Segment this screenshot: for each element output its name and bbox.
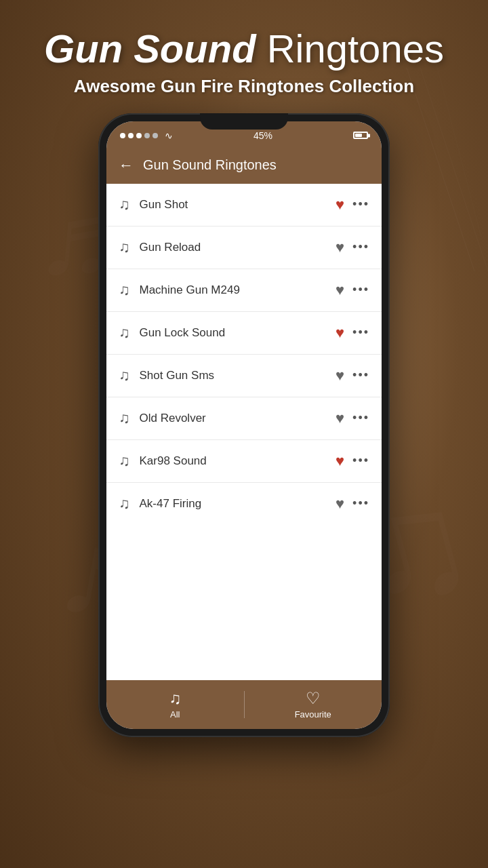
signal-dot-2 [128,133,134,138]
signal-dot-3 [136,133,142,138]
battery-icon [353,132,368,139]
favourite-label: Favourite [295,709,331,719]
nav-all[interactable]: ♫ All [106,682,244,726]
favourite-heart-button[interactable]: ♥ [336,495,344,513]
signal-area: ∿ [120,130,173,141]
more-options-button[interactable]: ••• [352,283,369,297]
list-item[interactable]: ♫Gun Shot♥••• [106,184,382,226]
app-heading: Gun Sound Ringtones [0,27,488,71]
title-gun-sound: Gun Sound [44,26,256,71]
wifi-icon: ∿ [165,130,173,141]
phone-frame: ∿ 45% ← Gun Sound Ringtones [98,113,390,737]
more-options-button[interactable]: ••• [352,326,369,340]
favourite-heart-button[interactable]: ♥ [336,324,344,342]
list-item[interactable]: ♫Gun Reload♥••• [106,226,382,269]
music-note-icon: ♫ [119,367,130,384]
more-options-button[interactable]: ••• [352,197,369,212]
more-options-button[interactable]: ••• [352,496,369,511]
ringtone-name: Gun Lock Sound [140,326,336,340]
list-item[interactable]: ♫Kar98 Sound♥••• [106,440,382,483]
ringtone-name: Shot Gun Sms [140,369,336,382]
music-note-icon: ♫ [119,239,130,256]
phone-screen: ∿ 45% ← Gun Sound Ringtones [106,121,382,729]
more-options-button[interactable]: ••• [352,368,369,382]
ringtone-name: Machine Gun M249 [140,283,336,297]
title-ringtones: Ringtones [267,26,444,71]
list-item[interactable]: ♫Gun Lock Sound♥••• [106,312,382,355]
music-note-icon: ♫ [119,410,130,427]
favourite-heart-button[interactable]: ♥ [336,452,344,470]
list-item[interactable]: ♫Ak-47 Firing♥••• [106,483,382,525]
favourite-icon: ♡ [306,689,321,708]
all-label: All [170,709,180,719]
app-header: ← Gun Sound Ringtones [106,147,382,184]
app-title: Gun Sound Ringtones [143,157,277,173]
ringtone-name: Ak-47 Firing [140,497,336,511]
music-note-icon: ♫ [119,495,130,513]
music-note-icon: ♫ [119,196,130,214]
notch [200,121,288,130]
favourite-heart-button[interactable]: ♥ [336,281,344,299]
battery-body [353,132,368,139]
ringtone-list: ♫Gun Shot♥•••♫Gun Reload♥•••♫Machine Gun… [106,184,382,680]
signal-dot-1 [120,133,125,138]
favourite-heart-button[interactable]: ♥ [336,196,344,214]
music-note-icon: ♫ [119,324,130,342]
more-options-button[interactable]: ••• [352,411,369,425]
favourite-heart-button[interactable]: ♥ [336,410,344,427]
header-section: Gun Sound Ringtones Awesome Gun Fire Rin… [0,0,488,97]
battery-percent: 45% [253,130,272,141]
ringtone-name: Kar98 Sound [140,454,336,468]
phone-mockup: ∿ 45% ← Gun Sound Ringtones [0,113,488,737]
bottom-navigation: ♫ All ♡ Favourite [106,680,382,729]
back-button[interactable]: ← [119,157,134,174]
signal-dot-5 [152,133,158,138]
list-item[interactable]: ♫Shot Gun Sms♥••• [106,355,382,397]
more-options-button[interactable]: ••• [352,240,369,254]
ringtone-name: Gun Reload [140,241,336,254]
favourite-heart-button[interactable]: ♥ [336,367,344,384]
all-icon: ♫ [169,689,181,708]
nav-favourite[interactable]: ♡ Favourite [245,682,382,726]
app-subtitle: Awesome Gun Fire Ringtones Collection [0,76,488,97]
signal-dot-4 [144,133,150,138]
music-note-icon: ♫ [119,281,130,299]
music-note-icon: ♫ [119,452,130,470]
list-item[interactable]: ♫Old Revolver♥••• [106,397,382,440]
status-bar: ∿ 45% [106,121,382,147]
battery-fill [355,134,362,137]
more-options-button[interactable]: ••• [352,454,369,468]
list-item[interactable]: ♫Machine Gun M249♥••• [106,269,382,312]
ringtone-name: Old Revolver [140,412,336,425]
battery-area [353,132,368,139]
favourite-heart-button[interactable]: ♥ [336,239,344,256]
ringtone-name: Gun Shot [140,198,336,212]
